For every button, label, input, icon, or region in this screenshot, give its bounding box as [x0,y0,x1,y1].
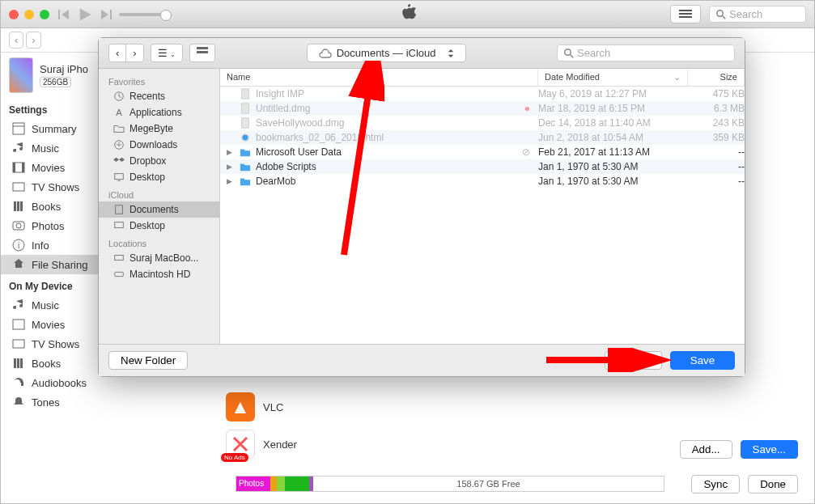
col-name[interactable]: Name [220,69,538,86]
fav-recents[interactable]: Recents [99,88,219,104]
svg-rect-22 [20,358,23,368]
file-size: -- [688,176,745,187]
list-view-button[interactable] [670,5,701,23]
loc-macintoshhd[interactable]: Macintosh HD [99,266,219,282]
file-row[interactable]: bookmarks_02_06_2018.htmlJun 2, 2018 at … [220,130,745,145]
fav-desktop[interactable]: Desktop [99,169,219,185]
view-buttons: ☰ ⌄ [151,44,184,62]
sync-button[interactable]: Sync [691,475,740,493]
save-dots-button[interactable]: Save... [741,440,799,459]
file-name: Insight IMP [256,88,304,100]
fav-applications[interactable]: AApplications [99,104,219,121]
svg-rect-10 [13,183,24,191]
svg-text:i: i [18,241,19,250]
storage-photos: Photos [236,476,270,491]
no-ads-badge: No Ads [221,453,248,462]
forward-button[interactable]: › [26,32,40,49]
svg-rect-36 [242,89,249,99]
file-row[interactable]: ▶DearMobJan 1, 1970 at 5:30 AM-- [220,174,745,188]
svg-rect-21 [17,358,19,368]
next-track-icon[interactable] [100,8,112,21]
search-icon [716,10,726,19]
zoom-button[interactable] [40,10,49,19]
file-date: Jun 2, 2018 at 10:54 AM [538,132,688,143]
dialog-sidebar: Favorites Recents AApplications MegeByte… [99,69,220,344]
file-date: May 6, 2019 at 12:27 PM [538,88,688,100]
icloud-documents[interactable]: Documents [99,201,219,218]
file-name: DearMob [256,176,295,187]
fav-dropbox[interactable]: Dropbox [99,153,219,169]
back-button[interactable]: ‹ [9,32,23,49]
locations-header: Locations [99,234,219,250]
cloud-icon [319,49,332,58]
svg-rect-33 [115,222,124,228]
group-button[interactable] [189,44,215,62]
storage-bar: Photos 158.67 GB Free [236,476,664,492]
loc-macbook[interactable]: Suraj MacBoo... [99,250,219,266]
media-controls [57,6,168,23]
file-row[interactable]: SaveHollywood.dmgDec 14, 2018 at 11:40 A… [220,116,745,130]
location-dropdown[interactable]: Documents — iCloud [307,44,466,62]
titlebar: Search [1,1,814,28]
close-button[interactable] [9,10,19,19]
nav-buttons: ‹ › [108,44,144,62]
file-name: Untitled.dmg [256,103,310,114]
svg-rect-18 [13,320,24,329]
icloud-desktop[interactable]: Desktop [99,218,219,234]
svg-rect-2 [679,16,692,18]
svg-rect-1 [679,13,692,15]
chevron-updown-icon [448,49,454,57]
new-folder-button[interactable]: New Folder [108,351,188,370]
file-row[interactable]: Untitled.dmg●Mar 18, 2019 at 6:15 PM6.3 … [220,101,745,116]
app-row-vlc[interactable]: ▲ VLC [226,392,297,421]
play-icon[interactable] [77,6,93,23]
fav-megebyte[interactable]: MegeByte [99,121,219,137]
add-button[interactable]: Add... [680,440,732,459]
storage-free: 158.67 GB Free [456,479,520,489]
file-row[interactable]: ▶Adobe ScriptsJan 1, 1970 at 5:30 AM-- [220,159,745,174]
back-button[interactable]: ‹ [109,44,126,61]
file-date: Mar 18, 2019 at 6:15 PM [538,103,688,114]
file-size: -- [688,146,745,158]
svg-rect-23 [197,47,208,49]
device-tones[interactable]: Tones [1,392,175,412]
svg-rect-38 [242,118,249,128]
fav-downloads[interactable]: Downloads [99,137,219,153]
device-name: Suraj iPho [40,63,88,75]
svg-rect-0 [679,10,692,11]
view-list-icon[interactable]: ☰ ⌄ [151,44,183,61]
col-size[interactable]: Size [688,69,745,86]
file-size: -- [688,161,745,172]
col-date[interactable]: Date Modified ⌄ [538,69,688,86]
save-button[interactable]: Save [670,351,735,370]
titlebar-search[interactable]: Search [709,6,806,23]
svg-rect-8 [13,163,15,172]
window-controls [9,10,49,19]
svg-rect-20 [14,358,16,368]
file-row[interactable]: ▶Microsoft User Data⊘Feb 21, 2017 at 11:… [220,145,745,159]
favorites-header: Favorites [99,72,219,88]
dialog-search[interactable]: Search [557,44,735,61]
file-name: SaveHollywood.dmg [256,117,344,129]
search-placeholder: Search [729,8,762,20]
cancel-button[interactable]: Cancel [605,351,663,370]
file-date: Feb 21, 2017 at 11:13 AM [538,146,688,158]
apple-logo-icon [400,4,416,24]
svg-rect-32 [116,205,123,214]
minimize-button[interactable] [24,10,34,19]
volume-slider[interactable] [119,13,168,16]
svg-line-4 [723,15,726,19]
device-capacity: 256GB [40,77,71,87]
app-name: VLC [263,401,283,413]
file-row[interactable]: Insight IMPMay 6, 2019 at 12:27 PM475 KB [220,87,745,101]
app-row-xender[interactable]: No Ads Xender [226,430,297,459]
svg-point-40 [243,135,248,141]
app-name: Xender [263,438,297,451]
forward-button[interactable]: › [126,44,142,61]
svg-rect-24 [197,51,208,53]
column-headers: Name Date Modified ⌄ Size [220,69,745,87]
svg-rect-13 [20,201,23,211]
previous-track-icon[interactable] [57,8,70,21]
done-button[interactable]: Done [748,475,798,493]
file-date: Dec 14, 2018 at 11:40 AM [538,117,688,129]
